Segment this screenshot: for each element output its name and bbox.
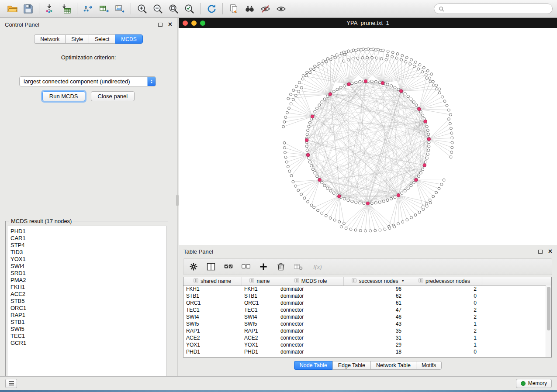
- copy-network-icon[interactable]: [226, 2, 242, 16]
- result-node-item[interactable]: SWI4: [10, 263, 163, 270]
- scrollbar-thumb[interactable]: [547, 287, 550, 330]
- search-icon: [439, 6, 444, 12]
- table-toolbar: f(x): [183, 258, 552, 275]
- zoom-selected-icon[interactable]: [181, 2, 197, 16]
- import-network-icon[interactable]: [42, 2, 58, 16]
- export-image-icon[interactable]: [112, 2, 128, 16]
- status-bar: Memory: [0, 376, 557, 390]
- result-node-item[interactable]: ACE2: [10, 291, 163, 298]
- result-node-item[interactable]: SRD1: [10, 270, 163, 277]
- search-input[interactable]: [447, 6, 548, 12]
- network-canvas[interactable]: [179, 28, 557, 245]
- tab-node-table[interactable]: Node Table: [294, 361, 332, 370]
- node-table: shared namenameMCDS rolesuccessor nodes▾…: [183, 277, 552, 358]
- result-node-item[interactable]: PHD1: [10, 228, 163, 235]
- result-node-item[interactable]: YOX1: [10, 256, 163, 263]
- run-mcds-button[interactable]: Run MCDS: [42, 91, 85, 101]
- mcds-result-title: MCDS result (17 nodes): [9, 218, 73, 224]
- save-session-icon[interactable]: [20, 2, 36, 16]
- control-panel: Control Panel × NetworkStyleSelectMCDS O…: [0, 18, 177, 376]
- result-node-item[interactable]: GCR1: [10, 340, 163, 347]
- sort-caret-icon: ▾: [402, 279, 404, 283]
- column-header-successor-nodes[interactable]: successor nodes▾: [343, 277, 407, 285]
- panel-menu-button[interactable]: [5, 379, 17, 388]
- function-builder-icon[interactable]: f(x): [309, 260, 329, 273]
- refresh-network-icon[interactable]: [204, 2, 219, 16]
- float-table-panel-icon[interactable]: [538, 250, 543, 254]
- table-row[interactable]: TEC1TEC1connector472: [183, 306, 551, 313]
- table-scrollbar[interactable]: [546, 285, 551, 357]
- table-row[interactable]: FKH1FKH1dominator962: [183, 285, 551, 292]
- result-node-item[interactable]: STP4: [10, 242, 163, 249]
- table-settings-icon[interactable]: [187, 260, 200, 273]
- table-row[interactable]: RAP1RAP1dominator352: [183, 327, 551, 334]
- result-node-item[interactable]: ORC1: [10, 305, 163, 312]
- delete-selected-icon[interactable]: [274, 260, 287, 273]
- result-node-item[interactable]: PMA2: [10, 277, 163, 284]
- table-row[interactable]: STB1STB1dominator620: [183, 292, 551, 299]
- result-node-item[interactable]: SWI5: [10, 326, 163, 333]
- mcds-result-list[interactable]: PHD1CAR1STP4TID3YOX1SWI4SRD1PMA2FKH1ACE2…: [7, 226, 166, 381]
- column-header-name[interactable]: name: [242, 277, 278, 285]
- list-icon: [8, 381, 14, 386]
- table-panel: Table Panel × f(x) shared namenameMCDS r…: [179, 245, 557, 376]
- tab-style[interactable]: Style: [65, 34, 89, 44]
- criterion-dropdown[interactable]: largest connected component (undirected)…: [19, 76, 156, 86]
- table-row[interactable]: YOX1YOX1connector291: [183, 341, 551, 348]
- search-network-icon[interactable]: [242, 2, 257, 16]
- tab-mcds[interactable]: MCDS: [115, 34, 142, 44]
- result-node-item[interactable]: RAP1: [10, 312, 163, 319]
- table-row[interactable]: ORC1ORC1dominator610: [183, 299, 551, 306]
- window-maximize-icon[interactable]: [200, 21, 205, 26]
- panel-splitter[interactable]: [177, 18, 178, 376]
- table-row[interactable]: SWI5SWI5connector431: [183, 320, 551, 327]
- zoom-in-icon[interactable]: [134, 2, 150, 16]
- result-node-item[interactable]: STB5: [10, 298, 163, 305]
- tab-select[interactable]: Select: [89, 34, 115, 44]
- deselect-all-icon[interactable]: [239, 260, 253, 273]
- window-minimize-icon[interactable]: [191, 21, 197, 26]
- result-node-item[interactable]: STB1: [10, 319, 163, 326]
- float-panel-icon[interactable]: [158, 23, 163, 27]
- tab-network-table[interactable]: Network Table: [370, 361, 416, 370]
- table-row[interactable]: ACE2ACE2connector311: [183, 334, 551, 341]
- result-node-item[interactable]: TEC1: [10, 333, 163, 340]
- select-all-icon[interactable]: [222, 260, 235, 273]
- export-network-icon[interactable]: [80, 2, 96, 16]
- close-panel-icon[interactable]: ×: [168, 21, 172, 28]
- toolbar-separator: [200, 3, 201, 14]
- window-close-icon[interactable]: [183, 21, 188, 26]
- split-view-icon[interactable]: [204, 260, 218, 273]
- result-node-item[interactable]: FKH1: [10, 284, 163, 291]
- tab-network[interactable]: Network: [34, 34, 65, 44]
- column-header-predecessor-nodes[interactable]: predecessor nodes: [407, 277, 482, 285]
- column-header-shared-name[interactable]: shared name: [183, 277, 242, 285]
- add-function-icon[interactable]: [257, 260, 270, 273]
- table-row[interactable]: SWI4SWI4dominator462: [183, 313, 551, 320]
- column-header-MCDS-role[interactable]: MCDS role: [278, 277, 343, 285]
- search-field[interactable]: [434, 3, 553, 14]
- open-file-icon[interactable]: [4, 2, 20, 16]
- table-panel-title: Table Panel: [183, 248, 213, 255]
- close-mcds-panel-button[interactable]: Close panel: [91, 91, 135, 101]
- tab-edge-table[interactable]: Edge Table: [332, 361, 370, 370]
- close-table-panel-icon[interactable]: ×: [548, 248, 552, 255]
- result-node-item[interactable]: TID3: [10, 249, 163, 256]
- toolbar-separator: [222, 3, 223, 14]
- optimization-criterion-label: Optimization criterion:: [0, 54, 177, 61]
- show-all-icon[interactable]: [273, 2, 289, 16]
- zoom-fit-icon[interactable]: [166, 2, 181, 16]
- delete-table-icon[interactable]: [292, 260, 305, 273]
- toolbar-separator: [77, 3, 77, 14]
- import-table-icon[interactable]: [58, 2, 74, 16]
- tab-motifs[interactable]: Motifs: [416, 361, 442, 370]
- export-table-icon[interactable]: [96, 2, 112, 16]
- hide-selected-icon[interactable]: [257, 2, 273, 16]
- memory-button[interactable]: Memory: [516, 379, 552, 388]
- network-graph[interactable]: [179, 28, 557, 245]
- table-panel-header: Table Panel ×: [179, 245, 557, 258]
- table-row[interactable]: PHD1PHD1dominator180: [183, 348, 551, 355]
- result-node-item[interactable]: CAR1: [10, 235, 163, 242]
- network-window-titlebar[interactable]: YPA_prune.txt_1: [179, 18, 557, 28]
- zoom-out-icon[interactable]: [150, 2, 166, 16]
